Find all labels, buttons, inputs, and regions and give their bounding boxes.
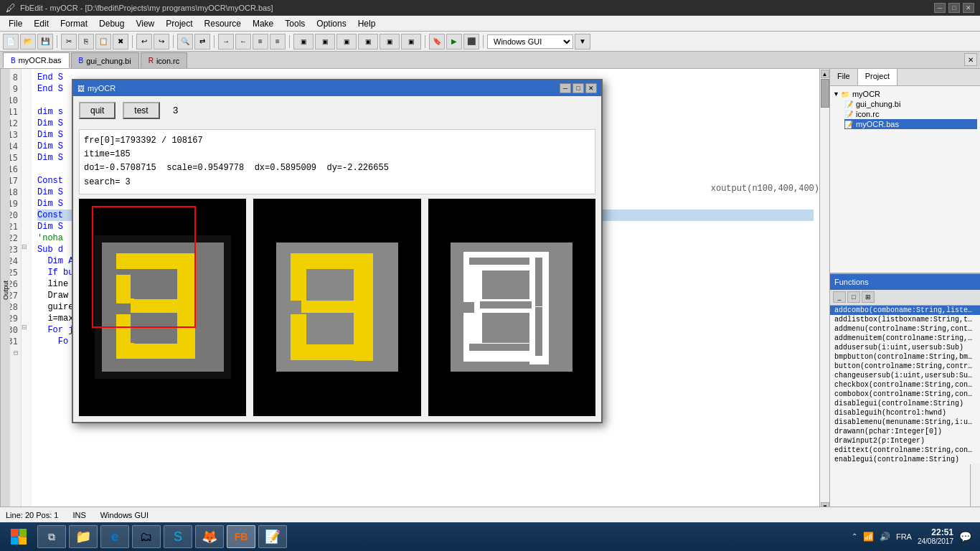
toolbar-replace[interactable]: ⇄ [194, 34, 210, 50]
fn-item-disablemenu[interactable]: disablemenu(menuname:String,i:uint) [830, 418, 980, 427]
menu-debug[interactable]: Debug [93, 17, 130, 30]
fn-btn-split[interactable]: ⊞ [862, 291, 875, 303]
tab-icon-rc[interactable]: R icon.rc [141, 52, 188, 68]
right-tab-file[interactable]: File [830, 69, 858, 85]
right-tab-project[interactable]: Project [858, 69, 897, 85]
toolbar-b4[interactable]: ▣ [358, 34, 378, 50]
taskbar-task-view[interactable]: ⧉ [37, 525, 66, 548]
tab-close-button[interactable]: ✕ [964, 53, 977, 66]
toolbar-b1[interactable]: ▣ [293, 34, 314, 50]
fn-item-drawann[interactable]: drawann(pchar:Integer[0]) [830, 427, 980, 436]
toolbar-b2[interactable]: ▣ [315, 34, 335, 50]
taskbar-firefox[interactable]: 🦊 [195, 525, 224, 548]
toolbar-combo-down[interactable]: ▼ [575, 34, 590, 50]
tree-root[interactable]: ▼ 📁 myOCR [833, 89, 977, 99]
ocr-titlebar[interactable]: 🖼 myOCR ─ □ ✕ [73, 80, 601, 96]
toolbar-copy[interactable]: ⎘ [78, 34, 94, 50]
toolbar-unindent[interactable]: ← [235, 34, 251, 50]
taskbar-fbedit[interactable]: FB [227, 525, 255, 548]
ocr-info-line1: fre[0]=1793392 / 108167 [84, 134, 590, 148]
fn-item-drawinput2[interactable]: drawinput2(p:Integer) [830, 436, 980, 446]
taskbar-skype[interactable]: S [164, 525, 192, 548]
toolbar-align[interactable]: ≡ [270, 34, 286, 50]
ocr-quit-button[interactable]: quit [79, 102, 116, 119]
tab-myocr-bas[interactable]: B myOCR.bas [3, 52, 70, 68]
start-button[interactable] [3, 524, 34, 550]
fn-item-addlistbox[interactable]: addlistbox(listboxname:String,text:St [830, 315, 980, 324]
menu-project[interactable]: Project [160, 17, 198, 30]
fn-btn-minimize[interactable]: _ [833, 291, 846, 303]
title-bar: 🖊 FbEdit - myOCR - [D:\fbedit\Projects\m… [0, 0, 980, 16]
tree-item-gui-chung[interactable]: 📝 gui_chung.bi [844, 99, 977, 109]
tree-item-myocr-bas[interactable]: 📝 myOCR.bas [844, 119, 977, 129]
taskbar-explorer[interactable]: 📁 [69, 525, 98, 548]
menu-edit[interactable]: Edit [28, 17, 55, 30]
minimize-button[interactable]: ─ [934, 3, 946, 13]
fn-item-addmenuitem[interactable]: addmenuitem(controlname:String,cont [830, 334, 980, 343]
sep1 [57, 35, 57, 48]
toolbar-cut[interactable]: ✂ [61, 34, 77, 50]
taskbar-filemanager[interactable]: 🗂 [132, 525, 161, 548]
expand-icon-root[interactable]: ▼ [833, 90, 839, 98]
v-scrollbar[interactable]: ▲ ▼ [819, 69, 829, 511]
tray-volume-icon[interactable]: 🔊 [880, 532, 890, 542]
scroll-up[interactable]: ▲ [821, 70, 829, 78]
menu-make[interactable]: Make [247, 17, 279, 30]
clock[interactable]: 22:51 24/08/2017 [918, 527, 953, 546]
fn-item-bmpbutton[interactable]: bmpbutton(controlname:String,bmpfile [830, 352, 980, 362]
taskbar-notepad[interactable]: 📝 [258, 525, 287, 548]
tray-chevron-icon[interactable]: ⌃ [852, 532, 857, 540]
toolbar-b3[interactable]: ▣ [336, 34, 357, 50]
fn-item-edittext[interactable]: edittext(controlname:String,controlex [830, 446, 980, 455]
ocr-close-btn[interactable]: ✕ [585, 83, 597, 93]
fn-item-combobox[interactable]: combobox(controlname:String,controls [830, 390, 980, 399]
toolbar-new[interactable]: 📄 [3, 34, 19, 50]
menu-resource[interactable]: Resource [199, 17, 247, 30]
tray-network-icon[interactable]: 📶 [863, 532, 874, 542]
fn-item-addcombo[interactable]: addcombo(comboname:String,liste:Strin [830, 306, 980, 315]
toolbar-bookmark[interactable]: 🔖 [429, 34, 445, 50]
menu-format[interactable]: Format [55, 17, 93, 30]
toolbar-run[interactable]: ▶ [446, 34, 462, 50]
toolbar-save[interactable]: 💾 [37, 34, 53, 50]
taskbar-edge[interactable]: e [100, 525, 129, 548]
menu-file[interactable]: File [3, 17, 28, 30]
menu-help[interactable]: Help [352, 17, 382, 30]
toolbar-find[interactable]: 🔍 [177, 34, 193, 50]
fn-item-button[interactable]: button(controlname:String,controltext [830, 362, 980, 371]
functions-section: Functions _ □ ⊞ addcombo(comboname:Strin… [830, 273, 980, 522]
toolbar-indent[interactable]: → [218, 34, 234, 50]
toolbar-center[interactable]: ≡ [253, 34, 268, 50]
ocr-minimize-btn[interactable]: ─ [560, 83, 571, 93]
tab-gui-chung[interactable]: B gui_chung.bi [71, 52, 139, 68]
fn-item-enablegui[interactable]: enablegui(controlname:String) [830, 455, 980, 464]
ocr-maximize-btn[interactable]: □ [573, 83, 584, 93]
ocr-test-button[interactable]: test [123, 102, 159, 119]
fn-item-addusersub[interactable]: addusersub(i:uint,usersub:Sub) [830, 343, 980, 352]
language-indicator[interactable]: FRA [896, 532, 912, 541]
close-button[interactable]: ✕ [963, 3, 974, 13]
fn-item-changeusersub[interactable]: changeusersub(i:uint,usersub:Sub) [830, 371, 980, 380]
fn-item-addmenu[interactable]: addmenu(controlname:String,controlte [830, 324, 980, 334]
menu-view[interactable]: View [130, 17, 160, 30]
scroll-thumb[interactable] [821, 79, 829, 108]
toolbar-redo[interactable]: ↪ [154, 34, 169, 50]
toolbar-open[interactable]: 📂 [20, 34, 36, 50]
menu-tools[interactable]: Tools [279, 17, 311, 30]
toolbar-stop[interactable]: ⬛ [463, 34, 479, 50]
target-combo[interactable]: Windows GUI [487, 34, 573, 49]
ocr-info-area: fre[0]=1793392 / 108167 itime=185 do1=-0… [79, 129, 595, 194]
menu-options[interactable]: Options [311, 17, 352, 30]
toolbar-paste[interactable]: 📋 [95, 34, 111, 50]
maximize-button[interactable]: □ [948, 3, 960, 13]
fn-item-disableguih[interactable]: disableguih(hcontrol:hwnd) [830, 408, 980, 418]
tree-item-icon-rc[interactable]: 📝 icon.rc [844, 109, 977, 119]
toolbar-undo[interactable]: ↩ [136, 34, 152, 50]
tray-notification-icon[interactable]: 💬 [959, 531, 971, 542]
toolbar-delete[interactable]: ✖ [113, 34, 128, 50]
toolbar-b6[interactable]: ▣ [401, 34, 421, 50]
toolbar-b5[interactable]: ▣ [380, 34, 400, 50]
fn-item-checkbox[interactable]: checkbox(controlname:String,controlte [830, 380, 980, 390]
fn-item-disablegui[interactable]: disablegui(controlname:String) [830, 399, 980, 408]
fn-btn-maximize[interactable]: □ [847, 291, 860, 303]
